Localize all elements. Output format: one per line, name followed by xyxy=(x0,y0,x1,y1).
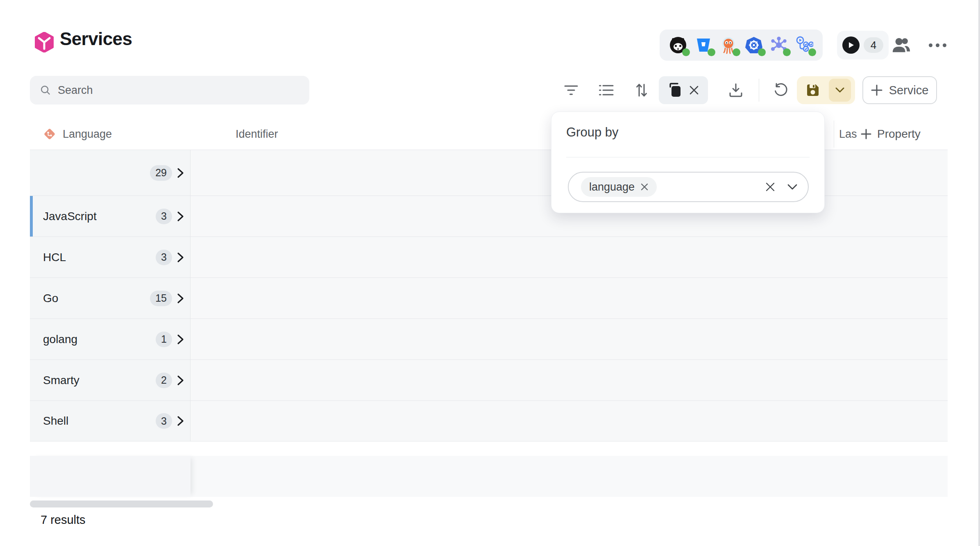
group-row[interactable]: HCL 3 xyxy=(30,237,948,278)
runs-count-badge: 4 xyxy=(864,37,883,53)
window-right-edge xyxy=(978,0,980,546)
count-badge: 29 xyxy=(150,165,172,181)
group-row[interactable]: Go 15 xyxy=(30,278,948,318)
group-row[interactable]: Shell 3 xyxy=(30,400,948,441)
column-header-last[interactable]: Las xyxy=(839,119,858,149)
chevron-right-icon[interactable] xyxy=(177,252,184,263)
kubernetes-icon[interactable] xyxy=(744,36,763,55)
search-icon xyxy=(40,84,51,96)
group-by-popup-title: Group by xyxy=(566,125,619,140)
count-badge: 3 xyxy=(156,413,172,429)
status-dot xyxy=(758,48,766,56)
row-scroll-area xyxy=(191,278,948,318)
add-property-button[interactable]: Property xyxy=(861,119,921,149)
column-header-identifier[interactable]: Identifier xyxy=(236,119,278,149)
save-split-button xyxy=(797,76,855,104)
list-view-button[interactable] xyxy=(595,76,618,104)
page-title: Services xyxy=(60,29,132,49)
plus-icon xyxy=(871,84,882,96)
empty-row xyxy=(30,456,948,497)
horizontal-scrollbar[interactable] xyxy=(30,500,213,507)
column-header-language[interactable]: Language xyxy=(43,119,112,149)
more-menu-icon[interactable] xyxy=(925,38,950,52)
plus-icon xyxy=(861,129,871,139)
group-label: Go xyxy=(43,292,58,305)
results-count: 7 results xyxy=(41,513,86,527)
group-label: Shell xyxy=(43,414,68,428)
chevron-right-icon[interactable] xyxy=(177,293,184,304)
row-scroll-area xyxy=(191,237,948,278)
chevron-right-icon[interactable] xyxy=(177,416,184,426)
count-badge: 1 xyxy=(156,332,172,347)
download-button[interactable] xyxy=(724,76,747,104)
save-button[interactable] xyxy=(797,76,829,104)
bitbucket-icon[interactable] xyxy=(694,36,713,55)
chevron-right-icon[interactable] xyxy=(177,168,184,178)
users-icon[interactable] xyxy=(891,35,912,55)
integrations-group xyxy=(660,30,823,61)
status-dot xyxy=(783,48,791,56)
row-scroll-area xyxy=(191,360,948,400)
git-icon xyxy=(43,127,56,141)
row-scroll-area xyxy=(191,319,948,359)
add-service-label: Service xyxy=(889,84,929,97)
add-service-button[interactable]: Service xyxy=(862,76,937,104)
group-row[interactable]: Smarty 2 xyxy=(30,359,948,400)
column-divider xyxy=(834,121,834,148)
status-dot xyxy=(682,48,690,56)
workflow-icon[interactable] xyxy=(795,36,814,55)
clear-select-icon[interactable] xyxy=(765,182,775,192)
empty-row-frozen-cell xyxy=(30,456,191,497)
add-property-label: Property xyxy=(877,127,921,141)
chevron-down-icon xyxy=(835,87,844,93)
search-bar[interactable] xyxy=(30,76,309,105)
group-by-select[interactable]: language xyxy=(568,172,809,202)
clear-group-by-icon[interactable] xyxy=(689,85,699,95)
count-badge: 2 xyxy=(156,373,172,388)
column-header-language-label: Language xyxy=(63,128,112,141)
save-icon xyxy=(805,83,820,98)
github-icon[interactable] xyxy=(669,36,687,55)
status-dot xyxy=(733,48,740,56)
group-label: HCL xyxy=(43,251,66,264)
group-label: Smarty xyxy=(43,374,79,387)
group-by-popup: Group by language xyxy=(551,111,825,213)
group-label: golang xyxy=(43,333,77,346)
save-options-button[interactable] xyxy=(829,79,851,102)
group-by-chip[interactable]: language xyxy=(581,177,657,197)
search-input[interactable] xyxy=(58,84,299,97)
status-dot xyxy=(708,48,715,56)
sort-button[interactable] xyxy=(630,76,653,104)
status-dot xyxy=(808,48,816,56)
count-badge: 3 xyxy=(156,209,172,224)
play-icon[interactable] xyxy=(842,36,860,54)
filter-button[interactable] xyxy=(560,76,583,104)
toolbar-divider xyxy=(759,79,759,102)
count-badge: 15 xyxy=(150,291,172,306)
remove-chip-icon[interactable] xyxy=(640,183,649,191)
popup-divider xyxy=(566,157,810,157)
chevron-down-icon[interactable] xyxy=(787,184,797,190)
hub-icon[interactable] xyxy=(769,36,788,55)
group-by-icon[interactable] xyxy=(668,83,682,98)
chevron-right-icon[interactable] xyxy=(177,375,184,386)
runs-cluster[interactable]: 4 xyxy=(837,31,889,59)
group-label: JavaScript xyxy=(43,210,97,223)
group-row[interactable]: golang 1 xyxy=(30,318,948,359)
port-logo-icon xyxy=(34,32,54,52)
chevron-right-icon[interactable] xyxy=(177,334,184,345)
count-badge: 3 xyxy=(156,250,172,265)
chevron-right-icon[interactable] xyxy=(177,211,184,222)
argocd-icon[interactable] xyxy=(719,36,738,55)
row-scroll-area xyxy=(191,401,948,441)
reset-button[interactable] xyxy=(769,76,792,104)
group-by-active-control[interactable] xyxy=(659,76,708,104)
group-by-chip-label: language xyxy=(589,181,635,193)
